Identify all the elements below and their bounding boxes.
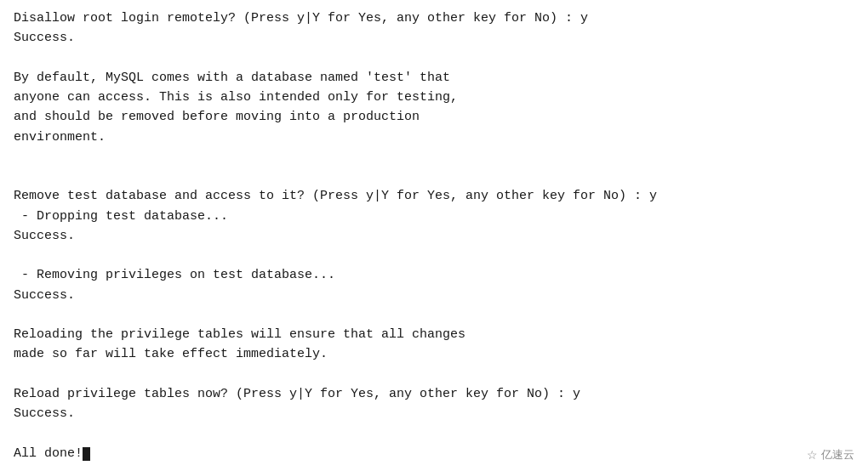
terminal-line: Success. [14, 31, 75, 45]
terminal-line: anyone can access. This is also intended… [14, 90, 458, 105]
terminal-line: Disallow root login remotely? (Press y|Y… [14, 11, 588, 26]
terminal-line: environment. [14, 130, 106, 145]
terminal-line: and should be removed before moving into… [14, 110, 420, 124]
terminal-line: Remove test database and access to it? (… [14, 189, 657, 203]
terminal-line: By default, MySQL comes with a database … [14, 71, 450, 85]
watermark-icon: ☆ [807, 448, 818, 462]
terminal-line: - Removing privileges on test database..… [14, 268, 335, 282]
terminal-line: All done! [14, 446, 83, 461]
watermark: ☆ 亿速云 [807, 447, 854, 462]
watermark-text: 亿速云 [821, 447, 854, 462]
terminal-line: made so far will take effect immediately… [14, 347, 328, 361]
terminal-line: Success. [14, 229, 75, 243]
terminal-line: Reload privilege tables now? (Press y|Y … [14, 387, 580, 401]
terminal-line: Reloading the privilege tables will ensu… [14, 327, 465, 342]
terminal-cursor [83, 447, 90, 461]
terminal-output: Disallow root login remotely? (Press y|Y… [14, 9, 854, 463]
terminal-line: Success. [14, 288, 75, 303]
terminal-line: - Dropping test database... [14, 209, 228, 224]
terminal-line: Success. [14, 406, 75, 421]
